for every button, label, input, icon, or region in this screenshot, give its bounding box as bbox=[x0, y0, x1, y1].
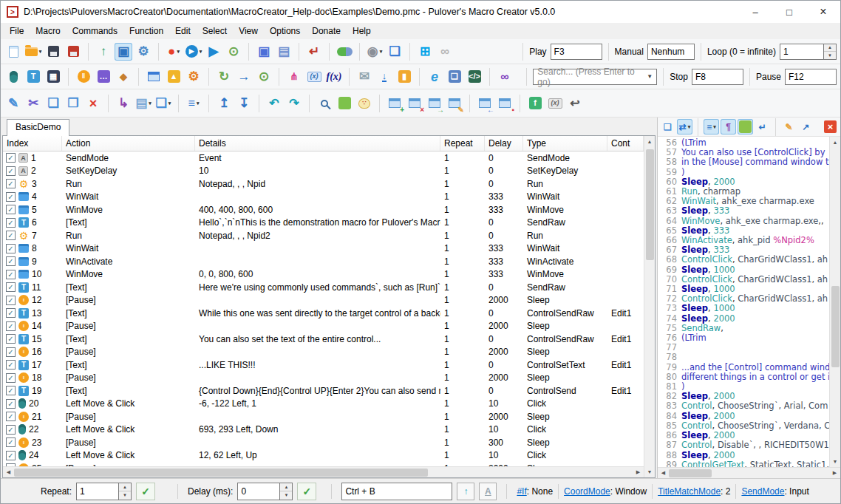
scrollbar-thumb[interactable] bbox=[14, 469, 428, 477]
toggle-icon[interactable] bbox=[336, 43, 353, 61]
insert-keywait-icon[interactable]: ↵ bbox=[305, 43, 323, 61]
row-checkbox[interactable]: ✓ bbox=[6, 153, 16, 163]
row-checkbox[interactable]: ✓ bbox=[6, 296, 16, 305]
table-row[interactable]: ✓T17[Text]...LIKE THIS!!!10ControlSetTex… bbox=[3, 358, 644, 372]
table-row[interactable]: ✓T15[Text]You can also set the text of t… bbox=[3, 333, 644, 346]
table-row[interactable]: ✓T13[Text]While this one was sent direct… bbox=[3, 307, 644, 320]
copy-icon[interactable]: ❏ bbox=[44, 95, 62, 112]
table-row[interactable]: ✓4WinWait1333WinWait bbox=[3, 191, 644, 204]
row-checkbox[interactable]: ✓ bbox=[6, 218, 16, 228]
functions-manager-icon[interactable]: f bbox=[526, 95, 544, 112]
row-checkbox[interactable]: ✓ bbox=[6, 399, 16, 409]
status-link-coordmode[interactable]: CoordMode bbox=[564, 486, 610, 497]
menu-options[interactable]: Options bbox=[264, 24, 306, 38]
window-spy-icon[interactable]: ▣ bbox=[115, 43, 132, 61]
table-row[interactable]: ✓‖21[Pause]12000Sleep bbox=[3, 410, 644, 423]
cut-icon[interactable]: ✂ bbox=[24, 95, 42, 112]
delete-icon[interactable]: × bbox=[84, 95, 102, 112]
row-checkbox[interactable]: ✓ bbox=[6, 373, 16, 383]
edit-action-icon[interactable]: ✎ bbox=[4, 95, 22, 112]
minimize-button[interactable]: – bbox=[738, 1, 772, 23]
table-row[interactable]: ✓20Left Move & Click-6, -122 Left, 1110C… bbox=[3, 398, 644, 411]
play-selected-icon[interactable]: ▶ bbox=[205, 43, 222, 61]
row-checkbox[interactable]: ✓ bbox=[6, 205, 16, 214]
row-checkbox[interactable]: ✓ bbox=[6, 437, 16, 447]
chevron-down-icon[interactable]: ▾ bbox=[713, 124, 716, 130]
mouse-icon[interactable] bbox=[4, 68, 22, 86]
scroll-up-icon[interactable]: ▲ bbox=[644, 136, 656, 147]
row-checkbox[interactable]: ✓ bbox=[6, 412, 16, 421]
column-header-index[interactable]: Index bbox=[3, 136, 62, 151]
move-bottom-icon[interactable]: ↧ bbox=[235, 95, 253, 112]
delay-stepper[interactable]: ▲▼ bbox=[280, 483, 293, 500]
table-row[interactable]: ✓⚙7RunNotepad, , , Npid210Run bbox=[3, 229, 644, 242]
function-icon[interactable]: f(x) bbox=[325, 68, 343, 86]
paste-icon[interactable]: ❒ bbox=[64, 95, 82, 112]
table-row[interactable]: ✓‖14[Pause]12000Sleep bbox=[3, 320, 644, 333]
chevron-down-icon[interactable]: ▾ bbox=[168, 101, 171, 106]
text-shortcut-button[interactable]: A bbox=[479, 483, 497, 500]
chevron-down-icon[interactable]: ▾ bbox=[688, 124, 691, 130]
row-checkbox[interactable]: ✓ bbox=[6, 192, 16, 202]
hotkey-input[interactable] bbox=[341, 483, 452, 500]
highlight-icon[interactable] bbox=[738, 119, 753, 134]
palette-icon[interactable]: ∵ bbox=[355, 95, 373, 112]
menu-commands[interactable]: Commands bbox=[67, 24, 123, 38]
undo-icon[interactable]: ↶ bbox=[265, 95, 283, 112]
chevron-down-icon[interactable]: ▾ bbox=[39, 49, 42, 55]
table-row[interactable]: ✓‖18[Pause]12000Sleep bbox=[3, 372, 644, 385]
play-hotkey-input[interactable] bbox=[551, 44, 602, 60]
wait-hourglass-icon[interactable]: ◆ bbox=[115, 68, 132, 86]
repeat-stepper[interactable]: ▲▼ bbox=[119, 483, 132, 500]
menu-file[interactable]: File bbox=[4, 24, 30, 38]
menu-help[interactable]: Help bbox=[347, 24, 377, 38]
row-checkbox[interactable]: ✓ bbox=[6, 334, 16, 344]
open-folder-icon[interactable]: ▾ bbox=[24, 43, 42, 61]
select-options-icon[interactable]: ▤▾ bbox=[135, 95, 152, 112]
word-wrap-icon[interactable]: ↵ bbox=[755, 119, 770, 134]
window-command-icon[interactable] bbox=[145, 68, 163, 86]
timed-play-icon[interactable]: ⊙ bbox=[225, 43, 242, 61]
row-checkbox[interactable]: ✓ bbox=[6, 321, 16, 331]
table-row[interactable]: ✓‖12[Pause]12000Sleep bbox=[3, 294, 644, 307]
table-row[interactable]: ✓T19[Text]{Control Down}{End}{Control UP… bbox=[3, 384, 644, 398]
pause-icon[interactable]: ‖ bbox=[75, 68, 92, 86]
window-save-icon[interactable]: ▪ bbox=[496, 95, 514, 112]
edit-script-icon[interactable]: ✎ bbox=[781, 119, 797, 134]
scrollbar-thumb[interactable] bbox=[831, 286, 840, 367]
internet-explorer-icon[interactable]: e bbox=[426, 68, 443, 86]
insert-file-icon[interactable]: ↳ bbox=[115, 95, 132, 112]
menu-edit[interactable]: Edit bbox=[169, 24, 197, 38]
power-options-icon[interactable]: ◉▾ bbox=[366, 43, 384, 61]
tab-basicdemo[interactable]: BasicDemo bbox=[7, 119, 69, 136]
menu-donate[interactable]: Donate bbox=[306, 24, 347, 38]
export-macro-icon[interactable]: ↑ bbox=[95, 43, 112, 61]
show-symbols-icon[interactable]: ¶ bbox=[721, 119, 736, 134]
status-link-titlematchmode[interactable]: TitleMatchMode bbox=[658, 486, 721, 497]
send-email-icon[interactable]: ✉ bbox=[355, 68, 373, 86]
table-row[interactable]: ✓24Left Move & Click12, 62 Left, Up110Cl… bbox=[3, 449, 644, 463]
table-row[interactable]: ✓‖23[Pause]1300Sleep bbox=[3, 436, 644, 449]
windows-logo-icon[interactable]: ⊞ bbox=[416, 43, 434, 61]
spin-down-icon[interactable]: ▼ bbox=[824, 52, 836, 59]
file-command-icon[interactable]: ▮ bbox=[395, 68, 413, 86]
spin-up-icon[interactable]: ▲ bbox=[119, 483, 131, 492]
table-row[interactable]: ✓T6[Text]Hello`,`n`nThis is the demonstr… bbox=[3, 217, 644, 230]
chevron-down-icon[interactable]: ▾ bbox=[200, 49, 202, 55]
code-horizontal-scrollbar[interactable]: ◀ ▶ bbox=[658, 467, 840, 478]
close-preview-icon[interactable]: × bbox=[823, 119, 838, 134]
code-window-icon[interactable]: </> bbox=[466, 68, 483, 86]
minimize-window-icon[interactable]: ▤ bbox=[275, 43, 293, 61]
refresh-code-icon[interactable]: ⇄▾ bbox=[677, 119, 692, 134]
table-row[interactable]: ✓22Left Move & Click693, 293 Left, Down1… bbox=[3, 423, 644, 437]
comment-icon[interactable] bbox=[336, 95, 353, 112]
maximize-button[interactable]: □ bbox=[772, 1, 806, 23]
window-remove-icon[interactable]: × bbox=[406, 95, 423, 112]
loop-count-input[interactable] bbox=[780, 44, 824, 60]
delay-input[interactable] bbox=[237, 483, 280, 500]
table-row[interactable]: ✓T11[Text]Here we're using commonly used… bbox=[3, 281, 644, 294]
window-group-icon[interactable]: ❏ bbox=[446, 68, 463, 86]
spin-down-icon[interactable]: ▼ bbox=[119, 491, 131, 500]
table-row[interactable]: ✓9WinActivate1333WinActivate bbox=[3, 255, 644, 268]
spin-down-icon[interactable]: ▼ bbox=[280, 491, 292, 500]
